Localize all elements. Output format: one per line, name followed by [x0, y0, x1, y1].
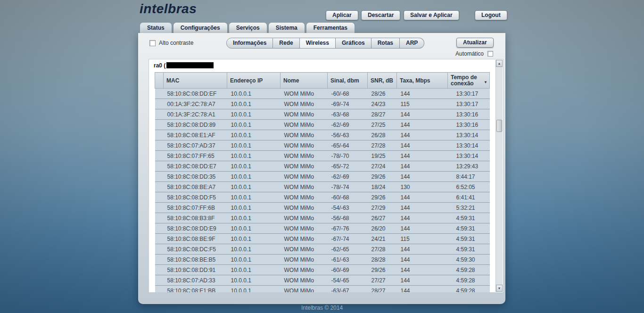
cell-nome: WOM MiMo: [281, 99, 328, 109]
cell-taxa: 144: [397, 223, 448, 234]
salvar-e-aplicar-button[interactable]: Salvar e Aplicar: [404, 10, 459, 20]
cell-tempo-conexao: 4:59:31: [448, 234, 490, 244]
cell-endereco-ip: 10.0.0.1: [227, 286, 281, 293]
cell-sinal: -78/-74: [328, 182, 368, 192]
cell-sinal: -63/-67: [328, 286, 368, 293]
cell-endereco-ip: 10.0.0.1: [227, 130, 281, 140]
logout-button[interactable]: Logout: [475, 10, 507, 20]
interface-label-text: ra0 (: [154, 62, 165, 69]
tab-configuracoes[interactable]: Configurações: [173, 22, 228, 33]
sort-arrow-icon[interactable]: ▼: [484, 79, 487, 85]
table-row[interactable]: 58:10:8C:08:DD:8910.0.0.1WOM MiMo-62/-69…: [155, 120, 490, 130]
header-taxa[interactable]: Taxa, Mbps: [397, 73, 448, 89]
cell-tempo-conexao: 13:30:14: [448, 151, 490, 161]
subtab-rede[interactable]: Rede: [273, 38, 299, 49]
header-nome[interactable]: Nome: [281, 73, 328, 89]
tab-status[interactable]: Status: [140, 22, 172, 33]
tab-ferramentas[interactable]: Ferramentas: [306, 22, 355, 33]
table-row[interactable]: 58:10:8C:08:DD:E910.0.0.1WOM MiMo-67/-76…: [155, 223, 490, 234]
cell-snr: 27/28: [368, 140, 397, 151]
cell-taxa: 144: [397, 265, 448, 275]
cell-mac: 58:10:8C:08:DD:F5: [164, 192, 227, 203]
row-select-cell: [155, 223, 164, 234]
header-tempo-conexao[interactable]: Tempo de conexão ▼: [448, 73, 490, 89]
table-row[interactable]: 58:10:8C:07:AD:3310.0.0.1WOM MiMo-54/-65…: [155, 275, 490, 286]
subtab-graficos[interactable]: Gráficos: [336, 38, 372, 49]
intelbras-logo: intelbras: [140, 1, 197, 16]
cell-endereco-ip: 10.0.0.1: [227, 275, 281, 286]
table-row[interactable]: 58:10:8C:08:DD:9110.0.0.1WOM MiMo-60/-69…: [155, 265, 490, 275]
header-endereco-ip[interactable]: Endereço IP: [227, 73, 281, 89]
cell-taxa: 144: [397, 130, 448, 140]
cell-endereco-ip: 10.0.0.1: [227, 255, 281, 265]
cell-tempo-conexao: 4:59:28: [448, 286, 490, 293]
cell-taxa: 144: [397, 109, 448, 120]
cell-snr: 24/21: [368, 234, 397, 244]
cell-mac: 58:10:8C:08:B3:8F: [164, 213, 227, 223]
row-select-cell: [155, 182, 164, 192]
cell-mac: 58:10:8C:07:FF:6B: [164, 203, 227, 213]
table-row[interactable]: 58:10:8C:08:DC:F510.0.0.1WOM MiMo-62/-65…: [155, 244, 490, 255]
redacted-interface-name: [166, 62, 214, 68]
cell-tempo-conexao: 6:52:05: [448, 182, 490, 192]
table-row[interactable]: 58:10:8C:08:B3:8F10.0.0.1WOM MiMo-56/-68…: [155, 213, 490, 223]
cell-nome: WOM MiMo: [281, 120, 328, 130]
table-row[interactable]: 58:10:8C:08:E1:BB10.0.0.1WOM MiMo-63/-67…: [155, 286, 490, 293]
cell-snr: 27/27: [368, 275, 397, 286]
table-scrollbar[interactable]: ▲ ▼: [495, 60, 503, 292]
cell-mac: 58:10:8C:07:AD:33: [164, 275, 227, 286]
cell-mac: 58:10:8C:07:FF:65: [164, 151, 227, 161]
cell-nome: WOM MiMo: [281, 286, 328, 293]
header-sinal[interactable]: Sinal, dbm: [328, 73, 368, 89]
high-contrast-checkbox[interactable]: [149, 40, 156, 46]
cell-sinal: -61/-63: [328, 255, 368, 265]
scrollbar-track[interactable]: [496, 67, 503, 285]
header-mac[interactable]: MAC: [164, 73, 227, 89]
table-row[interactable]: 58:10:8C:08:DD:F510.0.0.1WOM MiMo-60/-68…: [155, 192, 490, 203]
cell-tempo-conexao: 4:59:31: [448, 223, 490, 234]
cell-tempo-conexao: 5:32:21: [448, 203, 490, 213]
tab-servicos[interactable]: Serviços: [229, 22, 267, 33]
table-row[interactable]: 58:10:8C:07:AD:3710.0.0.1WOM MiMo-65/-64…: [155, 140, 490, 151]
cell-endereco-ip: 10.0.0.1: [227, 120, 281, 130]
up-arrow-icon: ▲: [498, 62, 501, 65]
header-tempo-conexao-label: Tempo de conexão: [451, 74, 477, 87]
scroll-down-button[interactable]: ▼: [496, 285, 503, 292]
table-row[interactable]: 58:10:8C:08:BE:9F10.0.0.1WOM MiMo-67/-74…: [155, 234, 490, 244]
cell-snr: 29/26: [368, 265, 397, 275]
atualizar-button[interactable]: Atualizar: [456, 38, 494, 48]
cell-tempo-conexao: 4:59:28: [448, 275, 490, 286]
header-snr[interactable]: SNR, dB: [368, 73, 397, 89]
cell-snr: 26/28: [368, 130, 397, 140]
subtab-arp[interactable]: ARP: [400, 38, 424, 49]
table-row[interactable]: 58:10:8C:08:BE:A710.0.0.1WOM MiMo-78/-74…: [155, 182, 490, 192]
aplicar-button[interactable]: Aplicar: [326, 10, 358, 20]
table-row[interactable]: 58:10:8C:07:FF:6510.0.0.1WOM MiMo-78/-70…: [155, 151, 490, 161]
cell-sinal: -62/-69: [328, 172, 368, 182]
scroll-up-button[interactable]: ▲: [496, 60, 503, 67]
table-row[interactable]: 00:1A:3F:2C:78:A710.0.0.1WOM MiMo-69/-74…: [155, 99, 490, 109]
cell-sinal: -78/-70: [328, 151, 368, 161]
cell-mac: 58:10:8C:08:DD:E9: [164, 223, 227, 234]
cell-snr: 19/25: [368, 151, 397, 161]
subtab-wireless[interactable]: Wireless: [300, 38, 336, 49]
cell-nome: WOM MiMo: [281, 203, 328, 213]
subtab-informacoes[interactable]: Informações: [226, 38, 273, 49]
auto-refresh-checkbox[interactable]: [487, 51, 493, 57]
subtab-rotas[interactable]: Rotas: [372, 38, 400, 49]
cell-nome: WOM MiMo: [281, 140, 328, 151]
table-row[interactable]: 58:10:8C:08:DD:EF10.0.0.1WOM MiMo-60/-68…: [155, 89, 490, 99]
table-row[interactable]: 00:1A:3F:2C:78:A110.0.0.1WOM MiMo-63/-68…: [155, 109, 490, 120]
table-row[interactable]: 58:10:8C:08:E1:AF10.0.0.1WOM MiMo-56/-63…: [155, 130, 490, 140]
tab-sistema[interactable]: Sistema: [268, 22, 305, 33]
table-row[interactable]: 58:10:8C:08:DD:3510.0.0.1WOM MiMo-62/-69…: [155, 172, 490, 182]
cell-taxa: 144: [397, 151, 448, 161]
cell-nome: WOM MiMo: [281, 172, 328, 182]
table-row[interactable]: 58:10:8C:07:FF:6B10.0.0.1WOM MiMo-54/-63…: [155, 203, 490, 213]
table-row[interactable]: 58:10:8C:08:BE:B510.0.0.1WOM MiMo-61/-63…: [155, 255, 490, 265]
down-arrow-icon: ▼: [498, 287, 501, 290]
descartar-button[interactable]: Descartar: [361, 10, 400, 20]
cell-sinal: -56/-63: [328, 130, 368, 140]
table-row[interactable]: 58:10:8C:08:DD:E710.0.0.1WOM MiMo-65/-72…: [155, 161, 490, 172]
scrollbar-thumb[interactable]: [496, 120, 502, 132]
